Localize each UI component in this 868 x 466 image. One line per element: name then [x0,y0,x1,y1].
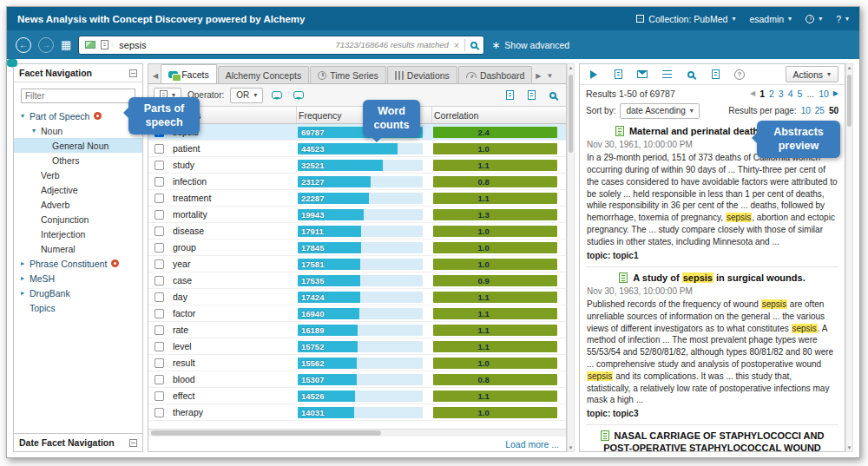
per-page-25[interactable]: 25 [815,106,825,115]
facet-item-phrase-constituent[interactable]: ▸Phrase Constituent [14,256,142,271]
facets-vertical-scrollbar[interactable]: ▲ ▼ [567,63,575,452]
facet-item-topics[interactable]: Topics [14,300,142,315]
facet-row-year[interactable]: year175811.0 [148,256,566,272]
facet-checkbox[interactable] [154,341,163,351]
date-facet-navigation-header[interactable]: Date Facet Navigation [14,433,142,451]
facet-row-disease[interactable]: disease179111.0 [148,223,566,240]
scrollbar-thumb[interactable] [151,430,381,436]
load-more-link[interactable]: Load more ... [505,439,559,450]
facet-checkbox[interactable] [154,391,163,400]
next-page-icon[interactable]: ▶ [833,89,838,97]
header-correlation[interactable]: Correlation [431,107,566,123]
facet-checkbox[interactable] [154,308,163,318]
facet-item-general-noun[interactable]: General Noun [14,138,142,153]
facet-checkbox[interactable] [154,292,163,301]
zoom-in-button[interactable] [683,67,699,82]
facet-row-group[interactable]: group178451.0 [148,240,566,256]
search-with-facet-button[interactable] [269,88,285,103]
facet-checkbox[interactable] [154,259,163,268]
scroll-up-icon[interactable]: ▲ [569,65,574,70]
help-button[interactable] [732,67,747,82]
export-results-button[interactable] [610,67,626,82]
clear-search-icon[interactable]: × [454,40,459,50]
facet-row-therapy[interactable]: therapy140311.0 [148,404,566,421]
scrollbar-thumb[interactable] [847,75,852,127]
email-results-button[interactable] [635,67,650,82]
tab-scroll-right-icon[interactable]: ▶ [533,72,543,83]
previous-page-icon[interactable]: ◀ [750,89,755,97]
facet-row-sepsis[interactable]: sepsis697872.4 [148,124,566,141]
facet-row-infection[interactable]: infection231270.8 [148,174,566,190]
facet-checkbox[interactable] [154,407,163,417]
expand-icon[interactable]: ▸ [18,289,27,297]
export-table-button[interactable] [523,88,539,103]
preview-button[interactable] [707,67,723,82]
exclude-facet-button[interactable] [291,88,306,103]
collapse-panel-icon[interactable] [129,439,137,447]
facet-row-day[interactable]: day174241.1 [148,289,566,305]
operator-selector[interactable]: OR▾ [230,88,263,103]
search-input[interactable] [119,40,330,50]
facet-checkbox[interactable] [154,143,163,153]
scroll-down-icon[interactable]: ▼ [569,445,574,450]
facet-checkbox[interactable] [154,275,163,285]
facet-row-mortality[interactable]: mortality199431.3 [148,207,566,223]
language-menu[interactable]: ▾ [806,15,822,23]
facet-checkbox[interactable] [154,193,163,202]
facet-row-rate[interactable]: rate161891.1 [148,322,566,338]
facet-checkbox[interactable] [154,325,163,334]
facet-item-numeral[interactable]: Numeral [14,241,142,256]
tune-results-button[interactable] [659,67,674,82]
page-link-10[interactable]: 10 [819,89,829,99]
facet-checkbox[interactable] [154,242,163,252]
facet-row-factor[interactable]: factor169401.1 [148,305,566,322]
tab-dashboard[interactable]: Dashboard [458,66,532,83]
facet-row-blood[interactable]: blood153070.8 [148,371,566,388]
horizontal-scrollbar[interactable] [148,429,566,436]
user-menu[interactable]: esadmin ▾ [749,14,792,24]
scroll-down-icon[interactable]: ▼ [847,445,852,450]
forward-button[interactable]: → [38,37,54,53]
facet-row-patient[interactable]: patient445231.0 [148,141,566,157]
facet-item-interjection[interactable]: Interjection [14,226,142,241]
export-facets-button[interactable] [502,88,517,103]
tab-facets[interactable]: Facets [161,64,217,83]
show-advanced-link[interactable]: Show advanced [491,39,569,51]
facet-row-study[interactable]: study325211.1 [148,157,566,174]
search-field[interactable]: ▾ 71323/168646 results matched × [78,36,484,55]
facet-checkbox[interactable] [154,176,163,186]
tab-alchemy-concepts[interactable]: Alchemy Concepts [218,66,310,83]
scrollbar-thumb[interactable] [569,75,573,153]
facet-row-result[interactable]: result155621.0 [148,355,566,371]
search-icon[interactable] [470,42,477,49]
page-link-2[interactable]: 2 [769,89,774,99]
page-link-3[interactable]: 3 [779,89,784,99]
search-scope-selector[interactable]: ▾ [101,40,114,49]
help-menu[interactable]: ? ▾ [836,14,849,24]
image-search-icon[interactable] [85,41,95,49]
collapse-icon[interactable]: ▾ [30,127,38,135]
facet-checkbox[interactable] [154,358,163,367]
expand-icon[interactable]: ▸ [18,274,27,282]
facet-checkbox[interactable] [154,160,163,169]
per-page-10[interactable]: 10 [801,106,811,115]
facet-checkbox[interactable] [154,209,163,219]
sort-selector[interactable]: date Ascending▾ [620,103,699,119]
tab-scroll-left-icon[interactable]: ◀ [150,72,161,83]
per-page-50[interactable]: 50 [829,106,838,115]
facet-item-drugbank[interactable]: ▸DrugBank [14,286,142,300]
facet-item-adverb[interactable]: Adverb [14,197,142,212]
run-query-button[interactable] [586,67,602,82]
result-title[interactable]: NASAL CARRIAGE OF STAPHYLOCOCCI AND POST… [587,430,838,451]
add-facet-query-button[interactable] [312,88,328,103]
facet-item-adjective[interactable]: Adjective [14,182,142,197]
facet-checkbox[interactable] [154,374,163,384]
facet-item-mesh[interactable]: ▸MeSH [14,271,142,286]
facet-checkbox[interactable] [154,226,163,235]
facet-row-treatment[interactable]: treatment222871.1 [148,190,566,207]
page-link-1[interactable]: 1 [760,89,765,99]
apps-grid-button[interactable]: ▦ [61,39,71,50]
results-vertical-scrollbar[interactable]: ▲ ▼ [845,63,853,452]
facet-filter-input[interactable] [21,89,135,103]
facet-row-effect[interactable]: effect145261.1 [148,388,566,404]
